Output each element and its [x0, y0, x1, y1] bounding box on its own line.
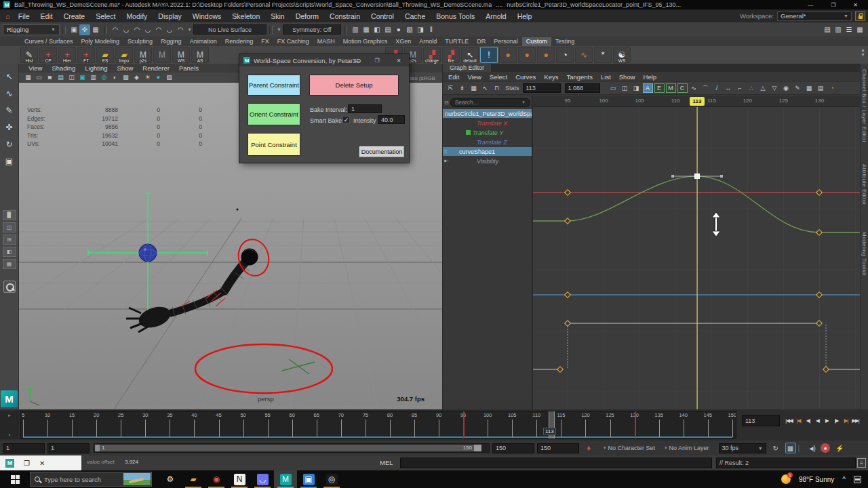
symmetry-field[interactable]: Symmetry: Off	[283, 24, 341, 35]
graph-toolbar-icon[interactable]: ⇱	[446, 83, 456, 93]
channel-row[interactable]: ≈ curveShape1	[443, 147, 532, 156]
shelf-tab[interactable]: XGen	[391, 37, 415, 46]
graph-editor-time-ruler[interactable]: 95100105110115120125130113	[533, 96, 861, 107]
smart-bake-checkbox[interactable]: ✓	[342, 116, 350, 123]
range-slider-bar[interactable]: 1 150	[95, 445, 481, 451]
stats-frame-field[interactable]: 113	[523, 83, 561, 93]
viewport-toolbar-icon[interactable]: ◫	[66, 73, 77, 82]
shelf-tab[interactable]: Testing	[551, 37, 579, 46]
taskbar-app-button[interactable]: ▣	[297, 470, 320, 488]
graph-editor-menu-item[interactable]: Curves	[515, 73, 536, 81]
shelf-button[interactable]: ◔	[556, 47, 574, 63]
filter-icon[interactable]: ⊟	[444, 100, 449, 106]
taskbar-app-button[interactable]: N	[228, 470, 251, 488]
render-icon[interactable]: ▦	[361, 24, 372, 35]
sidebar-toggle-icon[interactable]: ☰	[844, 24, 854, 35]
animation-start-field[interactable]: 1	[3, 443, 45, 453]
time-slider[interactable]: 5101520253035404550556065707580859095100…	[20, 411, 736, 439]
bake-interval-field[interactable]: 1	[348, 104, 382, 113]
viewport-menu-item[interactable]: Lighting	[85, 64, 107, 72]
tool-icon[interactable]: ∿	[2, 86, 17, 101]
documentation-button[interactable]: Documentation	[359, 146, 404, 157]
playback-button[interactable]: ▶▶|	[851, 415, 860, 426]
shelf-tab[interactable]: DR	[473, 37, 490, 46]
mini-restore-button[interactable]: ❐	[24, 460, 30, 467]
shelf-tab[interactable]: Animation	[186, 37, 221, 46]
start-button[interactable]	[0, 470, 30, 488]
graph-editor-menu-item[interactable]: Select	[490, 73, 507, 81]
graph-editor-curve-area[interactable]: 95100105110115120125130113	[533, 96, 861, 409]
character-set-icon[interactable]: ♦	[583, 443, 594, 453]
graph-editor-title[interactable]: Graph Editor	[443, 64, 491, 72]
shelf-button[interactable]: ▰Impo	[115, 47, 133, 63]
channel-row[interactable]: ✎ nurbsCircle1_Petar3D_worldSpaceL	[443, 109, 532, 118]
snap-icon[interactable]: ◠	[132, 24, 142, 35]
graph-toolbar-icon[interactable]: M	[666, 83, 676, 93]
graph-editor-menu-item[interactable]: Edit	[448, 73, 459, 81]
dialog-title-bar[interactable]: M World-Space Conversion, by Petar3D — ❐…	[239, 54, 409, 66]
viewport-toolbar-icon[interactable]: ▤	[56, 73, 66, 82]
graph-toolbar-icon[interactable]: ◉	[781, 83, 791, 93]
workspace-selector[interactable]: General* ▼	[777, 12, 852, 21]
minimize-button[interactable]: —	[808, 2, 813, 8]
layout-button[interactable]: ▦	[3, 259, 16, 269]
graph-toolbar-icon[interactable]: ▦	[469, 83, 479, 93]
graph-toolbar-icon[interactable]: ✎	[793, 83, 803, 93]
playback-button[interactable]: |▶	[832, 415, 841, 426]
shelf-tab[interactable]: Motion Graphics	[339, 37, 392, 46]
chevron-down-icon[interactable]: ▼	[187, 27, 192, 32]
playback-end-field[interactable]: 150	[492, 443, 534, 453]
snap-icon[interactable]: ◡	[142, 24, 153, 35]
shelf-tab[interactable]: Rigging	[157, 37, 186, 46]
selection-circles[interactable]	[195, 236, 332, 393]
time-slider-side-icons[interactable]: ▸▪	[0, 411, 19, 439]
tool-icon[interactable]: ↻	[2, 137, 17, 152]
taskbar-app-button[interactable]: M	[274, 470, 297, 488]
control-sphere[interactable]	[139, 244, 157, 262]
snap-icon[interactable]: ◠	[153, 24, 164, 35]
graph-toolbar-icon[interactable]: ◔	[827, 83, 837, 93]
menu-item[interactable]: Help	[512, 12, 538, 20]
viewport-toolbar-icon[interactable]: ▩	[121, 73, 131, 82]
menu-item[interactable]: Control	[366, 12, 399, 20]
sidebar-toggle-icon[interactable]: ▤	[822, 24, 833, 35]
section-grip[interactable]	[62, 26, 66, 34]
taskbar-search-input[interactable]: Type here to search	[30, 472, 152, 487]
graph-editor-menu-item[interactable]: View	[467, 73, 481, 81]
weather-text[interactable]: 98°F Sunny	[799, 476, 834, 483]
render-icon[interactable]: ◧	[372, 24, 382, 35]
stats-value-field[interactable]: 1.088	[565, 83, 600, 93]
mini-close-button[interactable]: ✕	[39, 460, 45, 467]
snap-keys-icon[interactable]: ▦	[785, 443, 796, 453]
outliner-search-input[interactable]: Search... ▼	[450, 98, 530, 107]
graph-editor-menu-item[interactable]: List	[601, 73, 611, 81]
graph-toolbar-icon[interactable]: ∿	[689, 83, 699, 93]
viewport-menu-item[interactable]: Show	[117, 64, 134, 72]
tool-icon[interactable]: ▣	[2, 154, 17, 169]
range-slider[interactable]: 1 150	[94, 443, 490, 453]
shelf-button[interactable]: ▞charge	[423, 47, 441, 63]
snap-icon[interactable]: ◠	[175, 24, 186, 35]
snap-icon[interactable]: ◡	[121, 24, 132, 35]
viewport-toolbar-icon[interactable]: ●	[153, 73, 163, 82]
range-handle-left[interactable]	[95, 445, 100, 451]
menu-item[interactable]: Select	[90, 12, 121, 20]
shelf-button[interactable]: ↖default	[461, 47, 479, 63]
playback-button[interactable]: |◀◀	[785, 415, 793, 426]
menu-item[interactable]: Modify	[121, 12, 153, 20]
layout-button[interactable]: ▉	[3, 210, 16, 220]
anim-layer-selector[interactable]: ▾No Anim Layer	[665, 445, 709, 451]
graph-toolbar-icon[interactable]: ▤	[816, 83, 826, 93]
graph-toolbar-icon[interactable]: C	[677, 83, 688, 93]
shelf-tab[interactable]: Poly Modeling	[77, 37, 124, 46]
intensity-field[interactable]: 40.0	[378, 115, 405, 124]
menu-set-selector[interactable]: Rigging ▼	[3, 24, 60, 35]
viewport-menu-item[interactable]: View	[28, 64, 42, 72]
shelf-button[interactable]: +FT	[77, 47, 95, 63]
point-constraint-button[interactable]: Point Constraint	[248, 133, 300, 156]
viewport-menu-item[interactable]: Panels	[179, 64, 199, 72]
menu-item[interactable]: Create	[58, 12, 91, 20]
menu-item[interactable]: Cache	[399, 12, 431, 20]
graph-toolbar-icon[interactable]: A	[643, 83, 653, 93]
layout-button[interactable]: ◫	[3, 222, 16, 232]
